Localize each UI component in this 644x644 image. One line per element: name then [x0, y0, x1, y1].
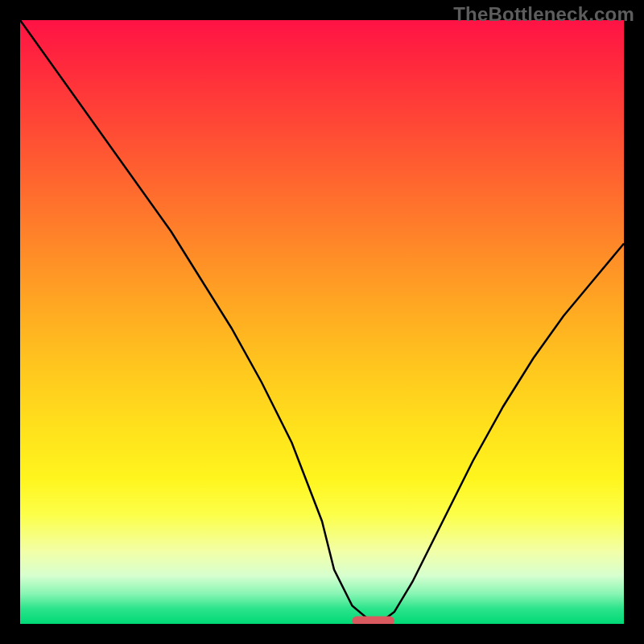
optimum-marker — [353, 617, 395, 624]
chart-svg — [20, 20, 624, 624]
bottleneck-curve — [20, 20, 624, 621]
chart-frame: TheBottleneck.com — [0, 0, 644, 644]
